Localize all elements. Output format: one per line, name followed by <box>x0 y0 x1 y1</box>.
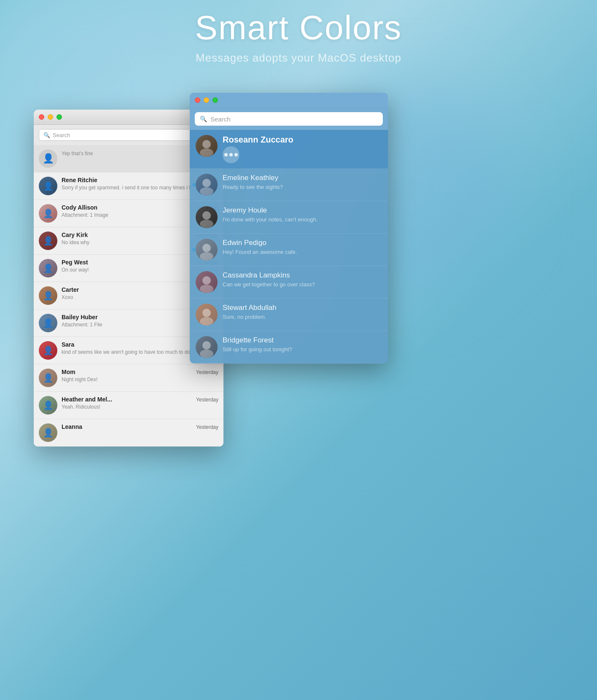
maximize-button-blue[interactable] <box>212 97 218 103</box>
titlebar-blue <box>190 93 388 108</box>
avatar: 👤 <box>39 286 57 305</box>
avatar <box>196 304 218 326</box>
svg-point-12 <box>202 341 211 350</box>
avatar: 👤 <box>39 314 57 332</box>
close-button-blue[interactable] <box>195 97 200 103</box>
conv-name-blue: Jeremy Houle <box>223 206 382 215</box>
conv-preview-blue: Hey! Found an awesome cafe. <box>223 249 382 255</box>
list-item[interactable]: Jeremy Houle I'm done with your notes, c… <box>190 201 388 234</box>
avatar-face: 👤 <box>39 232 57 250</box>
conv-header: Leanna Yesterday <box>62 423 218 430</box>
avatar <box>196 336 218 358</box>
conv-name: Cary Kirk <box>62 232 88 238</box>
conv-preview: Night night Dex! <box>62 377 218 382</box>
avatar-face <box>196 304 218 326</box>
svg-point-3 <box>200 187 213 196</box>
avatar-face: 👤 <box>39 204 57 223</box>
page-title: Smart Colors <box>0 8 597 47</box>
avatar: 👤 <box>39 177 57 195</box>
conv-name-blue: Edwin Pedigo <box>223 239 382 247</box>
title-area: Smart Colors Messages adopts your MacOS … <box>0 8 597 65</box>
typing-dot-3 <box>234 153 238 156</box>
search-icon: 🔍 <box>43 132 50 138</box>
svg-point-4 <box>202 211 211 220</box>
avatar: 👤 <box>39 232 57 250</box>
svg-point-8 <box>202 276 211 285</box>
list-item[interactable]: Cassandra Lampkins Can we get together t… <box>190 266 388 299</box>
conv-content-blue: Edwin Pedigo Hey! Found an awesome cafe. <box>223 239 382 255</box>
minimize-button-gray[interactable] <box>48 114 53 120</box>
conv-name: Bailey Huber <box>62 314 98 320</box>
svg-point-10 <box>202 309 211 317</box>
avatar-face: 👤 <box>39 423 57 442</box>
conv-preview-blue: I'm done with your notes, can't enough. <box>223 216 382 223</box>
conv-header: Mom Yesterday <box>62 369 218 375</box>
list-item[interactable]: Edwin Pedigo Hey! Found an awesome cafe. <box>190 234 388 266</box>
conv-content: Leanna Yesterday <box>62 423 218 431</box>
typing-dot-1 <box>224 153 228 156</box>
avatar-face <box>196 206 218 228</box>
unread-indicator <box>192 248 196 251</box>
conv-time: Yesterday <box>196 424 218 430</box>
list-item[interactable]: Bridgette Forest Still up for going out … <box>190 331 388 363</box>
search-box-blue[interactable]: 🔍 Search <box>195 112 383 126</box>
conv-name-blue: Emeline Keathley <box>223 174 382 182</box>
minimize-button-blue[interactable] <box>204 97 209 103</box>
list-item[interactable]: Stewart Abdullah Sure, no problem. <box>190 299 388 331</box>
conv-content: Mom Yesterday Night night Dex! <box>62 369 218 382</box>
typing-bubble <box>223 146 239 163</box>
conv-preview-blue: Sure, no problem. <box>223 314 382 320</box>
avatar <box>196 271 218 293</box>
avatar-face <box>196 336 218 358</box>
conv-header: Heather and Mel... Yesterday <box>62 396 218 403</box>
conv-name: Peg West <box>62 259 88 266</box>
list-item[interactable]: Emeline Keathley Ready to see the sights… <box>190 169 388 201</box>
list-item[interactable]: 👤 Mom Yesterday Night night Dex! <box>34 364 223 392</box>
list-item[interactable]: 👤 Heather and Mel... Yesterday Yeah. Rid… <box>34 392 223 419</box>
search-box-gray[interactable]: 🔍 Search <box>39 129 203 141</box>
conv-preview-blue: Still up for going out tonight? <box>223 346 382 353</box>
avatar-face: 👤 <box>39 396 57 415</box>
search-icon-blue: 🔍 <box>200 116 207 122</box>
conversation-list-blue: Roseann Zuccaro <box>190 130 388 363</box>
avatar-face: 👤 <box>39 259 57 277</box>
avatar: 👤 <box>39 369 57 387</box>
conv-preview-blue: Can we get together to go over class? <box>223 281 382 288</box>
unread-indicator <box>192 183 196 186</box>
conv-time: Yesterday <box>196 369 218 375</box>
conv-content-blue: Cassandra Lampkins Can we get together t… <box>223 271 382 288</box>
avatar: 👤 <box>39 341 57 360</box>
svg-point-5 <box>200 220 213 228</box>
svg-point-2 <box>202 179 211 187</box>
conv-content-blue: Bridgette Forest Still up for going out … <box>223 336 382 353</box>
avatar <box>196 206 218 228</box>
avatar <box>196 135 218 157</box>
avatar-face <box>196 135 218 157</box>
avatar: 👤 <box>39 149 57 168</box>
maximize-button-gray[interactable] <box>56 114 62 120</box>
svg-point-7 <box>200 252 213 261</box>
avatar-placeholder-icon: 👤 <box>43 153 54 164</box>
window-blue: 🔍 Search Roseann Zuccaro <box>190 93 388 363</box>
list-item[interactable]: 👤 Leanna Yesterday <box>34 419 223 447</box>
svg-point-13 <box>200 350 213 358</box>
page-subtitle: Messages adopts your MacOS desktop <box>0 51 597 65</box>
conv-name: Leanna <box>62 423 82 430</box>
close-button-gray[interactable] <box>39 114 44 120</box>
avatar-face: 👤 <box>39 314 57 332</box>
svg-point-11 <box>200 317 213 326</box>
typing-dot-2 <box>229 153 233 156</box>
conv-name: Carter <box>62 286 79 293</box>
conv-name-blue: Cassandra Lampkins <box>223 271 382 280</box>
conv-name: Sara <box>62 341 74 348</box>
conv-content: Heather and Mel... Yesterday Yeah. Ridic… <box>62 396 218 410</box>
avatar-face <box>196 271 218 293</box>
conv-name: Heather and Mel... <box>62 396 112 403</box>
avatar-face: 👤 <box>39 369 57 387</box>
avatar-face <box>196 239 218 261</box>
avatar: 👤 <box>39 396 57 415</box>
search-placeholder-blue: Search <box>210 116 231 123</box>
avatar-face: 👤 <box>39 341 57 360</box>
list-item[interactable]: Roseann Zuccaro <box>190 130 388 169</box>
conv-name-blue: Roseann Zuccaro <box>223 135 382 145</box>
